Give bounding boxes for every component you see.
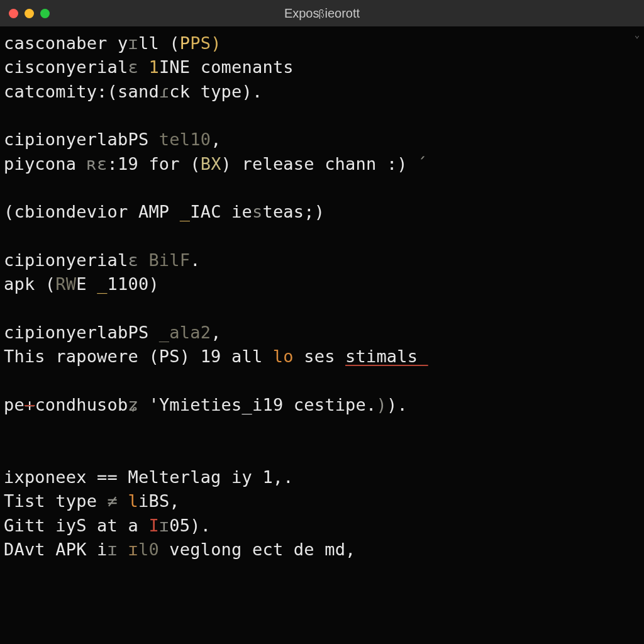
terminal-segment: _ [97,274,107,294]
terminal-segment: RW [55,274,76,294]
terminal-segment: ) release chann :) [221,154,418,174]
terminal-segment: iBS, [138,491,180,511]
terminal-segment: condhusob [35,395,128,414]
terminal-segment: cipionyerlabPS [4,130,159,149]
terminal-segment: , [211,130,221,149]
terminal-segment: :19 for ( [108,154,201,174]
terminal-segment: l0 [138,540,159,559]
terminal-line: catcomity:(sandɾck type). [4,80,638,104]
terminal-segment: ses [294,347,345,366]
terminal-segment: 1 [148,57,158,77]
terminal-segment: I [148,516,158,535]
terminal-line: cipionyerlabPS _ala2, [4,321,638,345]
terminal-segment: Tist type [4,491,108,511]
terminal-segment: ɾ [159,82,169,101]
terminal-line [4,369,638,393]
terminal-line [4,441,638,465]
terminal-line [4,417,638,441]
terminal-segment: ). [387,395,408,414]
terminal-segment [118,491,128,511]
terminal-segment: , [211,323,221,342]
terminal-line: DAvt APK iɪ ɪl0 veglong ect de md, [4,538,638,562]
terminal-line: cipionyerlabPS tel10, [4,128,638,152]
window-title: Exposꞵieorott [0,6,644,21]
terminal-segment [118,540,128,559]
terminal-line: cisconyerialɛ 1INE comenants [4,55,638,79]
window-controls [0,9,50,18]
terminal-segment: ) [376,395,386,414]
terminal-segment: piycona [4,154,87,174]
terminal-line: cipionyerialɛ BilF. [4,248,638,272]
terminal-line: piycona ʀɛ:19 for (BX) release chann :) … [4,152,638,176]
terminal-segment: ʑ [128,395,138,414]
terminal-segment: ɪ [128,33,138,53]
terminal-segment: ɪ [108,540,118,559]
terminal-segment: P [180,33,190,53]
terminal-segment: ˊ [418,154,426,174]
terminal-segment [138,250,148,270]
terminal-output[interactable]: casconaber yɪll (PPS)cisconyerialɛ 1INE … [0,26,644,568]
terminal-segment: ≠ [108,491,118,511]
terminal-segment: l [128,491,138,511]
terminal-segment: This rapowere (PS) 19 all [4,347,273,366]
terminal-segment: catcomity:(sand [4,82,159,101]
terminal-segment: ʀɛ [87,154,108,174]
terminal-segment: cisconyerial [4,57,128,77]
scroll-indicator-icon[interactable]: ⌄ [633,30,641,39]
terminal-segment [138,57,148,77]
terminal-segment: cipionyerlabPS [4,323,159,342]
terminal-segment: ɛ [128,250,138,270]
terminal-segment: ixponeex == Melterlag iy 1,. [4,467,294,487]
terminal-segment: DAvt APK i [4,540,108,559]
terminal-segment: veglong ect de md, [159,540,356,559]
terminal-segment: ll ( [138,33,180,53]
terminal-segment: . [190,250,200,270]
terminal-segment: ' [138,395,159,414]
terminal-segment: ala2 [169,323,211,342]
terminal-segment: INE comenants [159,57,294,77]
terminal-line [4,176,638,200]
terminal-line: casconaber yɪll (PPS) [4,31,638,55]
terminal-segment: Ymieties_i19 cestipe. [159,395,377,414]
terminal-segment: BilF [148,250,190,270]
terminal-segment: _ [180,202,190,221]
terminal-viewport[interactable]: ⌄ casconaber yɪll (PPS)cisconyerialɛ 1IN… [0,26,644,644]
terminal-segment: ɪ [159,516,169,535]
terminal-line [4,104,638,128]
terminal-segment: apk ( [4,274,55,294]
terminal-line: pe+condhusobʑ 'Ymieties_i19 cestipe.)). [4,393,638,417]
terminal-segment: PS) [190,33,221,53]
terminal-segment: cipionyerial [4,250,128,270]
terminal-segment: casconaber y [4,33,128,53]
terminal-segment: teas;) [262,202,325,221]
terminal-line: This rapowere (PS) 19 all lo ses stimals [4,345,638,369]
terminal-line: Tist type ≠ liBS, [4,489,638,513]
terminal-segment: ck type). [169,82,262,101]
titlebar[interactable]: Exposꞵieorott [0,0,644,26]
terminal-segment: 1100) [108,274,159,294]
terminal-segment: lo [273,347,294,366]
maximize-icon[interactable] [40,9,50,18]
terminal-line: apk (RWE _1100) [4,272,638,296]
terminal-segment: 05). [169,516,211,535]
terminal-segment: (cbiondevior AMP [4,202,180,221]
terminal-segment: E [76,274,97,294]
terminal-line [4,297,638,321]
terminal-segment: s [252,202,262,221]
terminal-segment: BX [201,154,221,174]
terminal-window: Exposꞵieorott ⌄ casconaber yɪll (PPS)cis… [0,0,644,644]
terminal-segment: tel10 [159,130,211,149]
terminal-segment: _ [159,323,169,342]
terminal-segment: + [25,395,35,414]
close-icon[interactable] [9,9,18,18]
terminal-segment: stimals [345,347,428,366]
terminal-line: ixponeex == Melterlag iy 1,. [4,465,638,489]
terminal-segment: Gitt iyS at a [4,516,148,535]
terminal-segment: IAC ie [190,202,252,221]
minimize-icon[interactable] [25,9,34,18]
terminal-line [4,225,638,248]
terminal-segment: ɛ [128,57,138,77]
terminal-line: Gitt iyS at a Iɪ05). [4,514,638,538]
terminal-segment: pe [4,395,25,414]
terminal-segment: ɪ [128,540,138,559]
